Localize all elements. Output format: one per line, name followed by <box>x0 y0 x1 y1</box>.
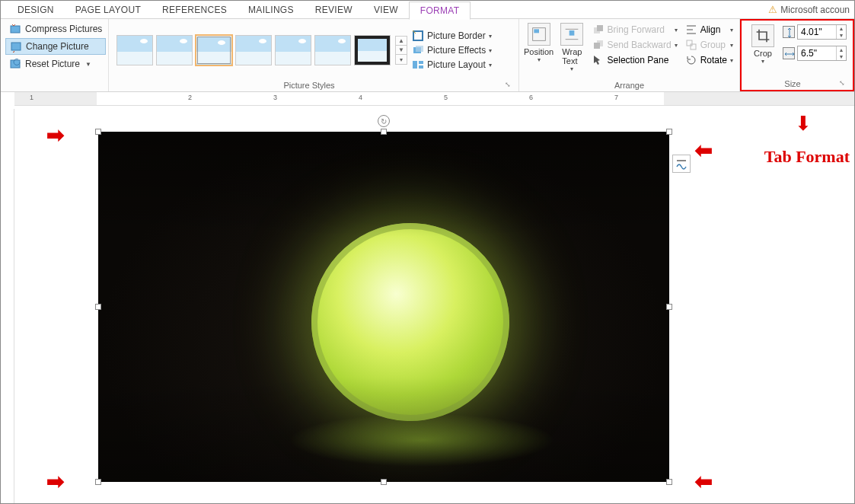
account-label[interactable]: ⚠ Microsoft accoun <box>768 4 850 15</box>
position-label: Position <box>524 47 554 56</box>
tab-references[interactable]: REFERENCES <box>152 2 238 18</box>
bring-forward-icon <box>592 24 605 36</box>
send-backward-icon <box>592 39 605 51</box>
svg-rect-10 <box>534 29 539 33</box>
wrap-text-label: Wrap Text <box>562 47 582 65</box>
height-input[interactable] <box>798 25 836 39</box>
resize-handle-ml[interactable] <box>95 304 101 310</box>
svg-rect-23 <box>677 160 686 161</box>
chevron-down-icon: ▾ <box>489 33 492 40</box>
resize-handle-mr[interactable] <box>666 304 672 310</box>
picture-layout-button[interactable]: Picture Layout ▾ <box>412 59 492 71</box>
resize-handle-tl[interactable] <box>95 129 101 135</box>
style-thumb-6[interactable] <box>314 35 351 65</box>
size-group-label: Size ⤡ <box>746 78 848 88</box>
page: ↻ <box>16 109 762 504</box>
picture-layout-icon <box>412 59 424 71</box>
ruler-num: 6 <box>529 94 533 101</box>
style-thumb-1[interactable] <box>116 35 153 65</box>
arrange-group-label: Arrange <box>524 79 735 90</box>
width-spinbox[interactable]: ▲▼ <box>797 46 847 61</box>
tab-page-layout[interactable]: PAGE LAYOUT <box>65 2 152 18</box>
align-button[interactable]: Align ▾ <box>684 23 735 37</box>
height-spinbox[interactable]: ▲▼ <box>797 24 847 40</box>
style-thumb-2[interactable] <box>156 35 193 65</box>
resize-handle-bm[interactable] <box>381 479 387 485</box>
annotation-arrow: ➡ <box>695 469 713 494</box>
picture-layout-label: Picture Layout <box>427 59 486 70</box>
style-thumb-4[interactable] <box>235 35 272 65</box>
reset-picture-button[interactable]: Reset Picture ▼ <box>5 56 106 72</box>
crop-icon <box>751 24 774 47</box>
resize-handle-br[interactable] <box>666 479 672 485</box>
crop-button[interactable]: Crop ▾ <box>748 24 778 65</box>
rotate-label: Rotate <box>700 55 727 65</box>
align-icon <box>685 24 697 36</box>
send-backward-button: Send Backward ▾ <box>591 38 679 52</box>
resize-handle-tr[interactable] <box>666 129 672 135</box>
rotate-button[interactable]: Rotate ▾ <box>684 53 735 67</box>
wrap-text-button[interactable]: Wrap Text ▾ <box>558 23 585 72</box>
resize-handle-bl[interactable] <box>95 479 101 485</box>
size-launcher[interactable]: ⤡ <box>839 79 848 87</box>
position-icon <box>528 23 550 46</box>
grouping-label: Group <box>700 40 726 50</box>
group-size: Crop ▾ ▲▼ <box>740 19 854 91</box>
picture-border-label: Picture Border <box>427 30 486 41</box>
style-thumb-7[interactable] <box>354 35 391 65</box>
crop-label: Crop <box>754 49 772 58</box>
gallery-scroll: ▲ ▼ ▾ <box>395 36 407 65</box>
document-area[interactable]: ↻ <box>16 109 854 503</box>
svg-rect-15 <box>597 25 603 31</box>
tab-design[interactable]: DESIGN <box>7 2 65 18</box>
compress-pictures-button[interactable]: Compress Pictures <box>5 21 106 37</box>
svg-rect-6 <box>413 61 417 69</box>
position-button[interactable]: Position ▾ <box>524 23 554 63</box>
tab-mailings[interactable]: MAILINGS <box>238 2 305 18</box>
tab-format[interactable]: FORMAT <box>409 2 471 20</box>
chevron-down-icon: ▾ <box>730 42 733 49</box>
bring-forward-button: Bring Forward ▾ <box>591 23 679 37</box>
height-up[interactable]: ▲ <box>837 25 846 32</box>
width-up[interactable]: ▲ <box>837 46 846 53</box>
ruler-num: 5 <box>444 94 448 101</box>
picture-effects-button[interactable]: Picture Effects ▾ <box>412 44 492 56</box>
ruler-num: 1 <box>30 94 33 101</box>
picture-border-button[interactable]: Picture Border ▾ <box>412 30 492 42</box>
svg-rect-5 <box>416 46 423 52</box>
chevron-down-icon: ▾ <box>570 65 573 72</box>
ruler-num: 7 <box>614 94 618 101</box>
picture-effects-icon <box>412 44 424 56</box>
height-down[interactable]: ▼ <box>837 32 846 39</box>
ribbon: Compress Pictures Change Picture Reset P… <box>1 19 854 92</box>
account-text: Microsoft accoun <box>780 5 850 15</box>
vertical-ruler[interactable] <box>2 109 14 503</box>
gallery-down-button[interactable]: ▼ <box>396 46 407 55</box>
tab-review[interactable]: REVIEW <box>305 2 363 18</box>
style-thumb-3[interactable] <box>196 35 232 65</box>
selection-pane-button[interactable]: Selection Pane <box>591 53 679 67</box>
chevron-down-icon: ▾ <box>489 62 492 69</box>
compress-label: Compress Pictures <box>25 24 102 34</box>
annotation-arrow-down: ⬇ <box>795 112 812 136</box>
width-down[interactable]: ▼ <box>837 53 846 60</box>
warning-icon: ⚠ <box>768 4 777 15</box>
change-picture-button[interactable]: Change Picture <box>5 38 106 55</box>
layout-options-button[interactable] <box>672 155 691 173</box>
rotate-handle[interactable]: ↻ <box>378 115 390 127</box>
width-input[interactable] <box>798 46 836 60</box>
chevron-down-icon: ▾ <box>730 57 733 64</box>
tab-view[interactable]: VIEW <box>363 2 409 18</box>
gallery-up-button[interactable]: ▲ <box>396 37 407 46</box>
group-picture-styles: ▲ ▼ ▾ Picture Border ▾ Picture Effects ▾… <box>109 19 519 91</box>
chevron-down-icon: ▾ <box>675 27 678 33</box>
wrap-text-icon <box>560 23 583 46</box>
horizontal-ruler[interactable]: 1 2 3 4 5 6 7 <box>14 92 854 106</box>
gallery-more-button[interactable]: ▾ <box>396 55 407 64</box>
resize-handle-tm[interactable] <box>381 129 387 135</box>
selected-picture[interactable]: ↻ <box>98 132 669 482</box>
picture-styles-launcher[interactable]: ⤡ <box>505 81 514 88</box>
svg-rect-21 <box>687 40 692 46</box>
style-thumb-5[interactable] <box>275 35 311 65</box>
group-button: Group ▾ <box>684 38 735 52</box>
